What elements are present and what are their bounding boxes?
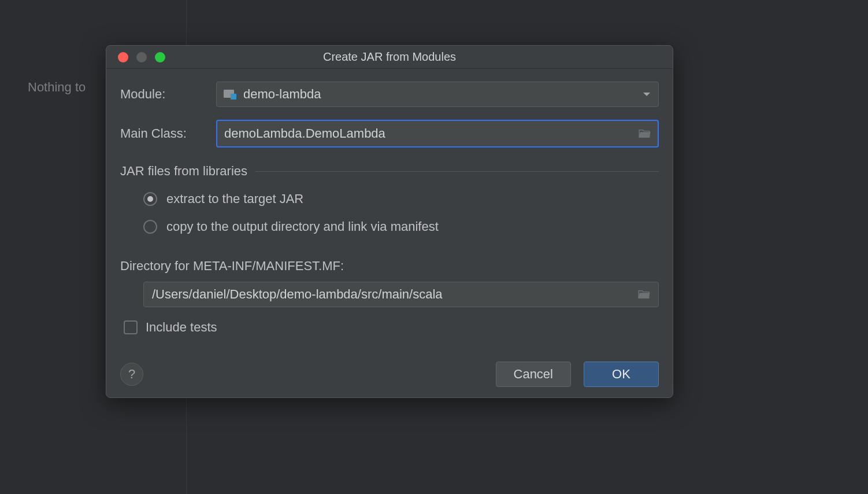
- manifest-dir-label: Directory for META-INF/MANIFEST.MF:: [120, 259, 659, 274]
- chevron-down-icon: [643, 93, 650, 96]
- main-class-label: Main Class:: [120, 126, 216, 141]
- manifest-dir-input[interactable]: /Users/daniel/Desktop/demo-lambda/src/ma…: [143, 282, 659, 307]
- module-value: demo-lambda: [243, 87, 321, 102]
- radio-copy-label: copy to the output directory and link vi…: [166, 219, 439, 234]
- cancel-button[interactable]: Cancel: [496, 362, 571, 387]
- minimize-window-button[interactable]: [136, 52, 147, 62]
- background-text: Nothing to: [28, 80, 86, 95]
- module-label: Module:: [120, 87, 216, 102]
- radio-extract[interactable]: [143, 192, 157, 206]
- browse-icon[interactable]: [637, 290, 650, 299]
- dialog-title: Create JAR from Modules: [106, 50, 673, 64]
- window-controls: [106, 52, 165, 62]
- radio-extract-row[interactable]: extract to the target JAR: [143, 191, 659, 207]
- include-tests-label: Include tests: [146, 320, 217, 335]
- cancel-button-label: Cancel: [514, 367, 553, 382]
- ok-button[interactable]: OK: [584, 362, 659, 387]
- main-class-input[interactable]: demoLambda.DemoLambda: [216, 120, 659, 148]
- libraries-section-header: JAR files from libraries: [120, 164, 659, 179]
- radio-copy-row[interactable]: copy to the output directory and link vi…: [143, 219, 659, 234]
- browse-icon[interactable]: [638, 129, 651, 138]
- main-class-row: Main Class: demoLambda.DemoLambda: [120, 120, 659, 148]
- create-jar-dialog: Create JAR from Modules Module: demo-lam…: [106, 45, 673, 398]
- main-class-value: demoLambda.DemoLambda: [224, 126, 638, 141]
- dialog-titlebar: Create JAR from Modules: [106, 46, 673, 69]
- close-window-button[interactable]: [118, 52, 128, 62]
- help-icon: ?: [128, 367, 135, 382]
- module-icon: [224, 89, 238, 99]
- dialog-body: Module: demo-lambda Main Class: demoLamb…: [106, 69, 673, 397]
- include-tests-row[interactable]: Include tests: [120, 320, 659, 335]
- libraries-section-title: JAR files from libraries: [120, 164, 247, 179]
- radio-extract-label: extract to the target JAR: [166, 191, 303, 207]
- libraries-radio-group: extract to the target JAR copy to the ou…: [120, 191, 659, 247]
- maximize-window-button[interactable]: [155, 52, 165, 62]
- manifest-dir-value: /Users/daniel/Desktop/demo-lambda/src/ma…: [152, 287, 637, 302]
- module-row: Module: demo-lambda: [120, 82, 659, 107]
- help-button[interactable]: ?: [120, 363, 143, 386]
- ok-button-label: OK: [612, 367, 630, 382]
- dialog-footer: ? Cancel OK: [120, 362, 659, 387]
- module-dropdown[interactable]: demo-lambda: [216, 82, 659, 107]
- include-tests-checkbox[interactable]: [124, 320, 138, 334]
- radio-copy[interactable]: [143, 220, 157, 234]
- section-divider: [255, 171, 659, 172]
